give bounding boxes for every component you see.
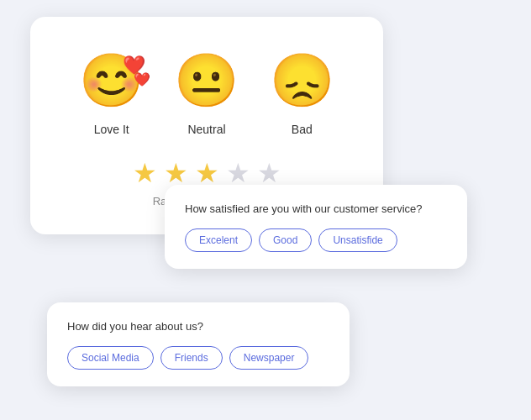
stars-row: ★ ★ ★ ★ ★ bbox=[133, 160, 281, 186]
scene: 😊 ❤️ ❤️ Love It 😐 Neutral 😞 Bad bbox=[30, 17, 501, 403]
excellent-button[interactable]: Excelent bbox=[185, 228, 252, 252]
hear-question: How did you hear about us? bbox=[67, 319, 329, 334]
emoji-love-it: 😊 ❤️ ❤️ Love It bbox=[78, 47, 145, 136]
satisfaction-options: Excelent Good Unsatisfide bbox=[185, 228, 447, 252]
emoji-row: 😊 ❤️ ❤️ Love It 😐 Neutral 😞 Bad bbox=[64, 47, 350, 136]
social-media-button[interactable]: Social Media bbox=[67, 346, 154, 370]
neutral-label: Neutral bbox=[187, 123, 225, 136]
star-3[interactable]: ★ bbox=[195, 160, 219, 186]
bad-emoji: 😞 bbox=[270, 55, 334, 107]
love-it-emoji: 😊 ❤️ ❤️ bbox=[79, 55, 144, 107]
emoji-neutral: 😐 Neutral bbox=[173, 47, 240, 136]
bad-label: Bad bbox=[292, 123, 313, 136]
hear-about-us-card: How did you hear about us? Social Media … bbox=[47, 302, 350, 386]
good-button[interactable]: Good bbox=[259, 228, 312, 252]
satisfaction-question: How satisfied are you with our customer … bbox=[185, 202, 447, 217]
emoji-bad: 😞 Bad bbox=[268, 47, 335, 136]
star-1[interactable]: ★ bbox=[133, 160, 157, 186]
hear-options: Social Media Friends Newspaper bbox=[67, 346, 329, 370]
satisfaction-card: How satisfied are you with our customer … bbox=[165, 185, 467, 269]
newspaper-button[interactable]: Newspaper bbox=[229, 346, 309, 370]
neutral-emoji: 😐 bbox=[174, 55, 239, 107]
love-it-face: 😊 ❤️ ❤️ bbox=[78, 47, 145, 114]
star-2[interactable]: ★ bbox=[164, 160, 188, 186]
star-5[interactable]: ★ bbox=[257, 160, 281, 186]
unsatisfied-button[interactable]: Unsatisfide bbox=[318, 228, 397, 252]
love-it-label: Love It bbox=[94, 123, 129, 136]
friends-button[interactable]: Friends bbox=[160, 346, 223, 370]
star-4[interactable]: ★ bbox=[226, 160, 250, 186]
neutral-face: 😐 bbox=[173, 47, 240, 114]
bad-face: 😞 bbox=[268, 47, 335, 114]
heart-small-icon: ❤️ bbox=[134, 73, 150, 87]
